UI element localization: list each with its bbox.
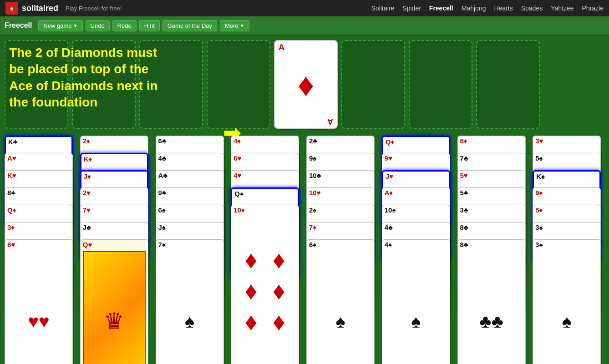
card-stack-8: 3♥ 3♥ 5♠ 5♠ K♠ K♠ 9♦ 9♦ [533,136,603,364]
hint-arrow: ➡ [223,120,241,145]
undo-button[interactable]: Undo [86,20,110,31]
tableau-col-1: K♣ K♣ A♥ A♥ K♥ K♥ 8♣ ♣♣ 8♣ [5,136,76,364]
game-area: The 2 of Diamonds must be placed on top … [0,35,609,364]
hint-button[interactable]: Hint [139,20,160,31]
nav-spades[interactable]: Spades [521,5,543,12]
nav-phrazle[interactable]: Phrazle [582,5,604,12]
card-stack-4: 4♦ 4♦ 6♥ 6♥ 4♥ 4♥ Q♠ Q♠ [231,136,301,364]
table-row[interactable]: 6♠ ♠ 6♠ [306,239,375,364]
new-game-arrow: ▼ [73,23,78,28]
card-stack-7: 8♦ 8♦ 7♣ 7♣ 5♥ 5♥ 5♣ 5♣ [457,136,528,364]
nav-hearts[interactable]: Hearts [494,5,513,12]
freecell-4[interactable] [207,40,270,129]
nav-yahtzee[interactable]: Yahtzee [551,5,573,12]
game-of-day-button[interactable]: Game of the Day [162,20,217,31]
logo-area: ♠ solitaired Play Freecell for free! [5,2,122,15]
toolbar: Freecell New game ▼ Undo Redo Hint Game … [0,16,609,35]
table-row[interactable]: 4♠ ♠ 4♠ [382,239,450,364]
game-title: Freecell [5,21,32,30]
more-arrow: ▼ [240,23,244,28]
foundation-4[interactable] [476,40,540,129]
table-row[interactable]: 8♥ ♥♥ 8♥ [5,239,73,364]
tableau-col-4: 4♦ 4♦ 6♥ 6♥ 4♥ 4♥ Q♠ Q♠ [231,136,303,364]
foundation-suit-center: ♦ [298,66,315,103]
tableau-col-6: Q♦ Q♦ 9♥ 9♥ J♥ J♥ A♦ ♦ A♦ [382,136,454,364]
hint-message: The 2 of Diamonds must be placed on top … [9,45,173,111]
table-row[interactable]: 8♣ ♣♣ 8♣ [457,239,526,364]
foundation-3[interactable] [409,40,472,129]
card-stack-5: 2♣ 2♣ 9♠ 9♠ 10♣ 10♣ 10♥ 10♥ [306,136,377,364]
more-button[interactable]: More ▼ [220,20,249,31]
tableau-col-2: 2♦ ♦ 2♦ K♦ K♦ J♦ J♦ 2♥ 2♥ [80,136,152,364]
top-navigation: ♠ solitaired Play Freecell for free! Sol… [0,0,609,16]
new-game-button[interactable]: New game ▼ [38,20,82,31]
tableau-col-8: 3♥ 3♥ 5♠ 5♠ K♠ K♠ 9♦ 9♦ [533,136,604,364]
logo-text[interactable]: solitaired [22,4,58,13]
nav-spider[interactable]: Spider [402,5,421,12]
nav-mahjong[interactable]: Mahjong [462,5,486,12]
redo-button[interactable]: Redo [112,20,137,31]
logo-icon: ♠ [5,2,18,15]
nav-freecell[interactable]: Freecell [429,5,453,12]
table-row[interactable]: 10♦ ♦♦♦♦♦♦ 10♦ [231,205,299,364]
foundation-rank-top: A [279,43,284,51]
nav-links: Solitaire Spider Freecell Mahjong Hearts… [371,5,604,12]
tableau-col-5: 2♣ 2♣ 9♠ 9♠ 10♣ 10♣ 10♥ 10♥ [306,136,378,364]
foundation-diamonds[interactable]: A ♦ A [274,40,338,129]
tagline: Play Freecell for free! [66,5,122,12]
card-stack-1: K♣ K♣ A♥ A♥ K♥ K♥ 8♣ ♣♣ 8♣ [5,136,75,364]
tableau-col-7: 8♦ 8♦ 7♣ 7♣ 5♥ 5♥ 5♣ 5♣ [457,136,529,364]
card-stack-2: 2♦ ♦ 2♦ K♦ K♦ J♦ J♦ 2♥ 2♥ [80,136,151,364]
foundation-rank-bottom: A [327,117,333,126]
table-row[interactable]: 7♠ ♠ 7♠ [156,239,224,364]
card-stack-3: 6♣ 6♣ 4♣ 4♣ A♣ ♣ A♣ 9♣ 9♣ [156,136,226,364]
tableau: K♣ K♣ A♥ A♥ K♥ K♥ 8♣ ♣♣ 8♣ [5,136,604,364]
tableau-col-3: 6♣ 6♣ 4♣ 4♣ A♣ ♣ A♣ 9♣ 9♣ [156,136,228,364]
card-stack-6: Q♦ Q♦ 9♥ 9♥ J♥ J♥ A♦ ♦ A♦ [382,136,452,364]
foundation-2[interactable] [341,40,405,129]
table-row[interactable]: 3♠ ♠ 3♠ [533,239,601,364]
nav-solitaire[interactable]: Solitaire [371,5,395,12]
table-row[interactable]: Q♥ ♛ Q♥ [80,239,148,364]
